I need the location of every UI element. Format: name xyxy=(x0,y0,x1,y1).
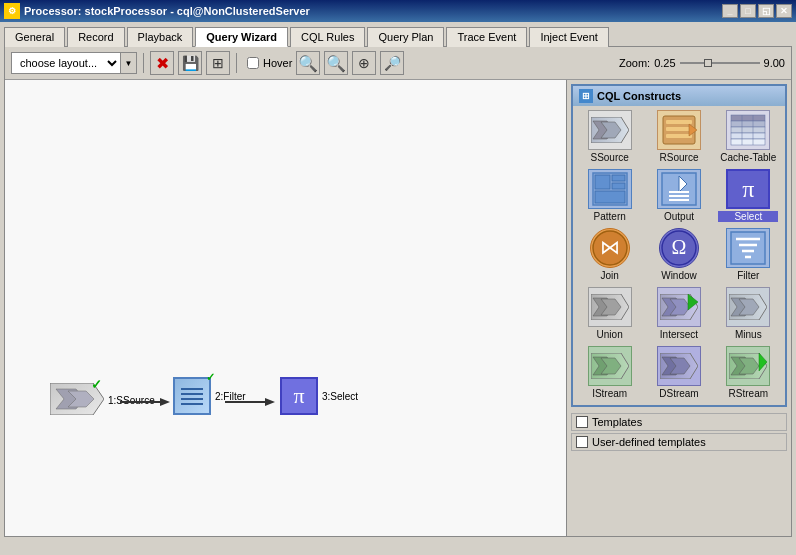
zoom-in-icon: 🔍 xyxy=(298,54,318,73)
fit-button[interactable]: ⊕ xyxy=(352,51,376,75)
zoom-area: Zoom: 0.25 9.00 xyxy=(619,56,785,70)
zoom-min-value: 0.25 xyxy=(654,57,675,69)
tab-cql-rules[interactable]: CQL Rules xyxy=(290,27,365,47)
construct-window[interactable]: Ω Window xyxy=(647,226,711,283)
istream-construct-label: IStream xyxy=(580,388,640,399)
grid-button[interactable]: ⊞ xyxy=(206,51,230,75)
filter-construct-label: Filter xyxy=(718,270,778,281)
zoom-track xyxy=(680,62,760,64)
toolbar: choose layout... ▼ ✖ 💾 ⊞ Hover 🔍 🔍 ⊕ xyxy=(5,47,791,80)
arrow-2-3 xyxy=(225,396,275,408)
zoom-slider[interactable] xyxy=(680,56,760,70)
tab-query-plan[interactable]: Query Plan xyxy=(367,27,444,47)
templates-row[interactable]: Templates xyxy=(571,413,787,431)
svg-rect-23 xyxy=(595,175,610,189)
pattern-svg xyxy=(592,172,628,206)
filter-construct-svg xyxy=(730,231,766,265)
construct-select[interactable]: π Select xyxy=(716,167,780,224)
construct-row-1: SSource xyxy=(575,108,783,165)
construct-rsource[interactable]: RSource xyxy=(647,108,711,165)
select-construct-label: Select xyxy=(718,211,778,222)
search-icon: 🔎 xyxy=(384,55,401,71)
union-construct-label: Union xyxy=(580,329,640,340)
filter-lines xyxy=(181,388,203,405)
canvas-area[interactable]: ✓ 1:SSource xyxy=(5,80,566,536)
construct-output[interactable]: Output xyxy=(647,167,711,224)
zoom-in-button[interactable]: 🔍 xyxy=(296,51,320,75)
main-area: ✓ 1:SSource xyxy=(5,80,791,536)
intersect-construct-label: Intersect xyxy=(649,329,709,340)
construct-dstream[interactable]: DStream xyxy=(647,344,711,401)
ssource-icon-container: ✓ xyxy=(50,383,104,417)
output-construct-label: Output xyxy=(649,211,709,222)
dstream-construct-icon xyxy=(657,346,701,386)
construct-row-3: ⋈ Join Ω Wind xyxy=(575,226,783,283)
arrow-icon-2 xyxy=(225,396,275,408)
cql-constructs-section: ⊞ CQL Constructs xyxy=(571,84,787,407)
construct-rstream[interactable]: RStream xyxy=(716,344,780,401)
construct-istream[interactable]: IStream xyxy=(578,344,642,401)
hover-checkbox[interactable] xyxy=(247,57,259,69)
tab-playback[interactable]: Playback xyxy=(127,27,194,47)
zoom-out-button[interactable]: 🔍 xyxy=(324,51,348,75)
tab-trace-event[interactable]: Trace Event xyxy=(446,27,527,47)
istream-svg xyxy=(591,353,629,379)
separator-1 xyxy=(143,53,144,73)
tab-record[interactable]: Record xyxy=(67,27,124,47)
save-button[interactable]: 💾 xyxy=(178,51,202,75)
layout-dropdown[interactable]: choose layout... xyxy=(11,52,121,74)
tab-inject-event[interactable]: Inject Event xyxy=(529,27,608,47)
zoom-thumb[interactable] xyxy=(704,59,712,67)
dstream-construct-label: DStream xyxy=(649,388,709,399)
hover-label-group: Hover xyxy=(247,57,292,69)
cache-table-svg xyxy=(730,114,766,146)
join-construct-label: Join xyxy=(580,270,640,281)
union-svg xyxy=(591,294,629,320)
restore-button[interactable]: ◱ xyxy=(758,4,774,18)
pattern-construct-icon xyxy=(588,169,632,209)
title-bar-left: ⚙ Processor: stockProcessor - cql@NonClu… xyxy=(4,3,310,19)
tab-general[interactable]: General xyxy=(4,27,65,47)
title-bar: ⚙ Processor: stockProcessor - cql@NonClu… xyxy=(0,0,796,22)
arrow-icon-1 xyxy=(120,396,170,408)
union-construct-icon xyxy=(588,287,632,327)
select-icon: π xyxy=(280,377,318,415)
ssource-construct-icon xyxy=(588,110,632,150)
svg-marker-6 xyxy=(265,398,275,406)
maximize-button[interactable]: □ xyxy=(740,4,756,18)
svg-rect-24 xyxy=(612,175,625,181)
construct-join[interactable]: ⋈ Join xyxy=(578,226,642,283)
right-panel: ⊞ CQL Constructs xyxy=(566,80,791,536)
ssource-construct-label: SSource xyxy=(580,152,640,163)
close-button[interactable]: ✕ xyxy=(776,4,792,18)
layout-dropdown-arrow[interactable]: ▼ xyxy=(121,52,137,74)
separator-2 xyxy=(236,53,237,73)
construct-minus[interactable]: Minus xyxy=(716,285,780,342)
window-title: Processor: stockProcessor - cql@NonClust… xyxy=(24,5,310,17)
construct-ssource[interactable]: SSource xyxy=(578,108,642,165)
delete-icon: ✖ xyxy=(156,54,169,73)
search-button[interactable]: 🔎 xyxy=(380,51,404,75)
construct-cache-table[interactable]: Cache-Table xyxy=(716,108,780,165)
rstream-construct-icon xyxy=(726,346,770,386)
join-svg: ⋈ xyxy=(592,230,628,266)
construct-pattern[interactable]: Pattern xyxy=(578,167,642,224)
templates-label: Templates xyxy=(592,416,642,428)
tab-query-wizard[interactable]: Query Wizard xyxy=(195,27,288,47)
node-select[interactable]: π 3:Select xyxy=(280,377,358,415)
delete-button[interactable]: ✖ xyxy=(150,51,174,75)
minimize-button[interactable]: _ xyxy=(722,4,738,18)
user-defined-templates-row[interactable]: User-defined templates xyxy=(571,433,787,451)
construct-row-4: Union xyxy=(575,285,783,342)
save-icon: 💾 xyxy=(182,55,199,71)
zoom-max-value: 9.00 xyxy=(764,57,785,69)
join-construct-icon: ⋈ xyxy=(590,228,630,268)
construct-union[interactable]: Union xyxy=(578,285,642,342)
construct-row-5: IStream xyxy=(575,344,783,401)
construct-filter[interactable]: Filter xyxy=(716,226,780,283)
window-svg: Ω xyxy=(661,230,697,266)
construct-intersect[interactable]: Intersect xyxy=(647,285,711,342)
output-construct-icon xyxy=(657,169,701,209)
zoom-label: Zoom: xyxy=(619,57,650,69)
dstream-svg xyxy=(660,353,698,379)
